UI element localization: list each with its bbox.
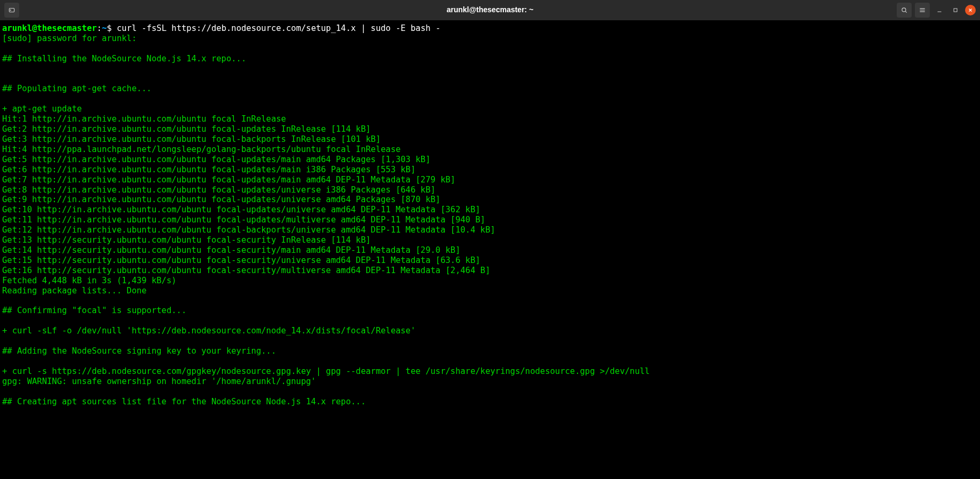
terminal-line: Get:7 http://in.archive.ubuntu.com/ubunt… (2, 175, 978, 185)
svg-point-1 (902, 8, 906, 12)
terminal-line (2, 356, 978, 366)
terminal-line: Get:10 http://in.archive.ubuntu.com/ubun… (2, 205, 978, 215)
new-tab-button[interactable] (4, 3, 19, 18)
window-title: arunkl@thesecmaster: ~ (447, 5, 534, 14)
prompt-at: @ (32, 23, 37, 33)
command-text: curl -fsSL https://deb.nodesource.com/se… (117, 23, 441, 33)
terminal-line (2, 44, 978, 54)
terminal-line: Get:16 http://security.ubuntu.com/ubuntu… (2, 266, 978, 276)
terminal-line: ## Installing the NodeSource Node.js 14.… (2, 54, 978, 64)
prompt-line: arunkl@thesecmaster:~$ curl -fsSL https:… (2, 23, 978, 34)
window-close-button[interactable] (965, 5, 976, 15)
terminal-line: Get:8 http://in.archive.ubuntu.com/ubunt… (2, 185, 978, 195)
window-minimize-button[interactable] (933, 4, 946, 17)
terminal-line: ## Adding the NodeSource signing key to … (2, 346, 978, 356)
terminal-line: Get:11 http://in.archive.ubuntu.com/ubun… (2, 215, 978, 225)
terminal-line: [sudo] password for arunkl: (2, 34, 978, 44)
search-button[interactable] (897, 3, 912, 18)
terminal-line: Get:9 http://in.archive.ubuntu.com/ubunt… (2, 195, 978, 205)
terminal-line: Hit:4 http://ppa.launchpad.net/longsleep… (2, 145, 978, 155)
terminal-line: ## Creating apt sources list file for th… (2, 397, 978, 407)
terminal-line: Get:12 http://in.archive.ubuntu.com/ubun… (2, 225, 978, 235)
terminal-line: Get:6 http://in.archive.ubuntu.com/ubunt… (2, 165, 978, 175)
prompt-user: arunkl (2, 23, 32, 33)
terminal-line: Get:5 http://in.archive.ubuntu.com/ubunt… (2, 155, 978, 165)
terminal-line: Fetched 4,448 kB in 3s (1,439 kB/s) (2, 276, 978, 286)
terminal-line: ## Confirming "focal" is supported... (2, 306, 978, 316)
prompt-sep1: : (97, 23, 101, 33)
titlebar-left-group (0, 3, 19, 18)
terminal-line: Get:15 http://security.ubuntu.com/ubuntu… (2, 256, 978, 266)
terminal-line (2, 296, 978, 306)
terminal-output[interactable]: arunkl@thesecmaster:~$ curl -fsSL https:… (0, 20, 980, 479)
terminal-line (2, 94, 978, 104)
terminal-line: + curl -s https://deb.nodesource.com/gpg… (2, 366, 978, 377)
terminal-line: Get:14 http://security.ubuntu.com/ubuntu… (2, 245, 978, 256)
terminal-line (2, 64, 978, 74)
terminal-line: + apt-get update (2, 104, 978, 114)
prompt-sep2: $ (107, 23, 117, 33)
terminal-line: Get:2 http://in.archive.ubuntu.com/ubunt… (2, 124, 978, 134)
output-lines: [sudo] password for arunkl: ## Installin… (2, 34, 978, 407)
terminal-line: Get:13 http://security.ubuntu.com/ubuntu… (2, 235, 978, 245)
terminal-line: Hit:1 http://in.archive.ubuntu.com/ubunt… (2, 114, 978, 124)
svg-rect-2 (954, 9, 957, 12)
titlebar-right-group (897, 3, 980, 18)
prompt-path: ~ (102, 23, 107, 33)
terminal-line: gpg: WARNING: unsafe ownership on homedi… (2, 377, 978, 387)
terminal-line: ## Populating apt-get cache... (2, 84, 978, 94)
terminal-line (2, 74, 978, 84)
menu-button[interactable] (915, 3, 930, 18)
terminal-line (2, 336, 978, 346)
terminal-line: Get:3 http://in.archive.ubuntu.com/ubunt… (2, 134, 978, 145)
terminal-line: + curl -sLf -o /dev/null 'https://deb.no… (2, 326, 978, 336)
terminal-line (2, 387, 978, 397)
prompt-host: thesecmaster (37, 23, 97, 33)
window-maximize-button[interactable] (949, 4, 962, 17)
window-titlebar: arunkl@thesecmaster: ~ (0, 0, 980, 20)
terminal-line (2, 316, 978, 326)
terminal-line: Reading package lists... Done (2, 286, 978, 296)
terminal-window: arunkl@thesecmaster: ~ (0, 0, 980, 479)
